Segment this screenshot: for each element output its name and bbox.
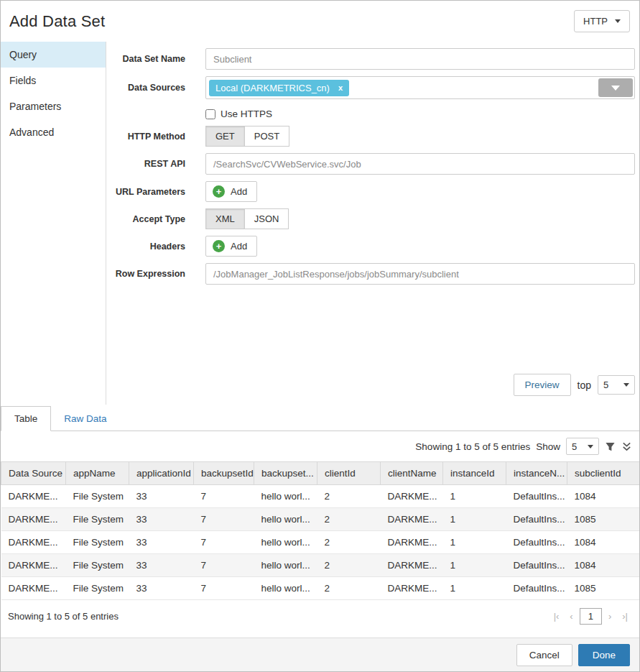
- table-cell: File System: [66, 508, 129, 531]
- accept-type-json-button[interactable]: JSON: [245, 208, 289, 229]
- filter-icon[interactable]: [605, 441, 616, 452]
- preview-table: Data Source appName applicationId backup…: [1, 461, 640, 600]
- column-header[interactable]: applicationId: [129, 462, 194, 485]
- headers-add-button[interactable]: + Add: [205, 236, 257, 257]
- url-parameters-label: URL Parameters: [106, 187, 205, 197]
- data-sources-dropdown-button[interactable]: [598, 78, 633, 97]
- column-header[interactable]: subclientId: [567, 462, 640, 485]
- sidebar-item-parameters[interactable]: Parameters: [1, 93, 106, 119]
- table-cell: hello worl...: [254, 508, 317, 531]
- table-cell: 1: [443, 531, 506, 554]
- table-row: DARKME... File System 33 7 hello worl...…: [1, 554, 640, 577]
- entries-summary-top: Showing 1 to 5 of 5 entries: [415, 441, 530, 452]
- row-expression-label: Row Expression: [106, 269, 205, 279]
- table-cell: hello worl...: [254, 554, 317, 577]
- chevron-down-icon: [588, 445, 593, 448]
- cancel-button[interactable]: Cancel: [516, 644, 572, 666]
- chevron-down-icon: [611, 86, 620, 91]
- data-set-type-dropdown[interactable]: HTTP: [574, 10, 630, 32]
- data-sources-multiselect[interactable]: Local (DARKMETRICS_cn) x: [205, 76, 635, 99]
- table-cell: 33: [129, 577, 194, 600]
- sidebar-item-advanced[interactable]: Advanced: [1, 119, 106, 145]
- top-count-select[interactable]: 5: [598, 375, 635, 395]
- plus-icon: +: [213, 185, 225, 198]
- table-cell: File System: [66, 577, 129, 600]
- accept-type-toggle: XML JSON: [205, 208, 289, 229]
- table-row: DARKME... File System 33 7 hello worl...…: [1, 531, 640, 554]
- sidebar-item-query[interactable]: Query: [1, 42, 106, 68]
- plus-icon: +: [213, 240, 225, 252]
- accept-type-label: Accept Type: [106, 214, 205, 224]
- form-row-data-sources: Data Sources Local (DARKMETRICS_cn) x: [106, 76, 635, 99]
- tab-raw-data[interactable]: Raw Data: [51, 407, 119, 431]
- data-source-tag-label: Local (DARKMETRICS_cn): [215, 83, 330, 93]
- url-parameters-add-button[interactable]: + Add: [205, 181, 257, 202]
- table-cell: 2: [317, 485, 381, 508]
- table-cell: 1: [443, 577, 506, 600]
- page-size-value: 5: [572, 441, 577, 452]
- http-method-label: HTTP Method: [106, 132, 205, 142]
- table-cell: 1085: [567, 508, 640, 531]
- sidebar: Query Fields Parameters Advanced: [1, 42, 106, 405]
- prev-page-button[interactable]: ‹: [565, 608, 577, 625]
- table-cell: 33: [129, 554, 194, 577]
- column-header[interactable]: instanceId: [443, 462, 506, 485]
- rest-api-label: REST API: [106, 159, 205, 169]
- column-header[interactable]: clientId: [317, 462, 381, 485]
- table-cell: DefaultIns...: [506, 554, 567, 577]
- column-header[interactable]: instanceN...: [506, 462, 567, 485]
- table-cell: File System: [66, 554, 129, 577]
- table-cell: DARKME...: [1, 508, 66, 531]
- column-header[interactable]: backupsetId: [194, 462, 254, 485]
- http-method-toggle: GET POST: [205, 126, 289, 147]
- add-button-label: Add: [231, 241, 247, 252]
- done-button[interactable]: Done: [578, 644, 630, 666]
- expand-columns-icon[interactable]: [621, 441, 632, 452]
- tab-table[interactable]: Table: [1, 406, 51, 431]
- column-header[interactable]: appName: [66, 462, 129, 485]
- table-cell: DefaultIns...: [506, 531, 567, 554]
- http-method-post-button[interactable]: POST: [245, 126, 289, 147]
- sidebar-item-fields[interactable]: Fields: [1, 68, 106, 93]
- first-page-button[interactable]: |‹: [549, 608, 564, 625]
- form-row-row-expression: Row Expression: [106, 263, 635, 285]
- column-header[interactable]: clientName: [381, 462, 443, 485]
- headers-label: Headers: [106, 241, 205, 252]
- dialog-footer: Cancel Done: [1, 638, 639, 671]
- data-set-type-label: HTTP: [583, 16, 608, 27]
- accept-type-xml-button[interactable]: XML: [205, 208, 245, 229]
- table-controls: Showing 1 to 5 of 5 entries Show 5: [1, 431, 639, 461]
- data-set-name-label: Data Set Name: [106, 54, 205, 64]
- table-cell: 1084: [567, 531, 640, 554]
- table-row: DARKME... File System 33 7 hello worl...…: [1, 577, 640, 600]
- column-header[interactable]: Data Source: [1, 462, 66, 485]
- remove-tag-icon[interactable]: x: [338, 83, 343, 92]
- http-method-get-button[interactable]: GET: [205, 126, 245, 147]
- rest-api-input[interactable]: [205, 153, 635, 175]
- data-set-name-input[interactable]: [205, 48, 635, 70]
- row-expression-input[interactable]: [205, 263, 635, 285]
- table-cell: 2: [317, 554, 381, 577]
- table-cell: 1084: [567, 554, 640, 577]
- page-title: Add Data Set: [9, 12, 105, 31]
- last-page-button[interactable]: ›|: [618, 608, 632, 625]
- next-page-button[interactable]: ›: [604, 608, 616, 625]
- table-cell: 7: [194, 485, 254, 508]
- form-row-use-https: Use HTTPS: [205, 109, 635, 119]
- page-size-select[interactable]: 5: [566, 438, 599, 455]
- table-cell: File System: [66, 531, 129, 554]
- current-page-input[interactable]: 1: [580, 608, 602, 625]
- chevron-down-icon: [615, 19, 621, 23]
- table-cell: DefaultIns...: [506, 508, 567, 531]
- table-cell: 7: [194, 554, 254, 577]
- table-cell: 1084: [567, 485, 640, 508]
- column-header[interactable]: backupset...: [254, 462, 317, 485]
- table-cell: DefaultIns...: [506, 577, 567, 600]
- preview-button[interactable]: Preview: [514, 374, 571, 396]
- table-row: DARKME... File System 33 7 hello worl...…: [1, 485, 640, 508]
- query-form: Data Set Name Data Sources Local (DARKME…: [106, 42, 639, 405]
- table-footer: Showing 1 to 5 of 5 entries |‹ ‹ 1 › ›|: [1, 600, 639, 632]
- use-https-checkbox[interactable]: [205, 109, 215, 119]
- form-row-url-parameters: URL Parameters + Add: [106, 181, 635, 202]
- form-row-headers: Headers + Add: [106, 236, 635, 257]
